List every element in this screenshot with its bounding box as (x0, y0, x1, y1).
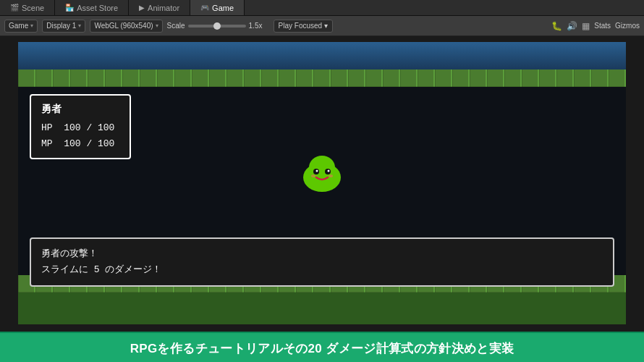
tab-animator[interactable]: ▶ Animator (129, 0, 190, 15)
scale-slider-thumb (213, 22, 221, 30)
mp-line: MP 100 / 100 (41, 136, 119, 152)
display1-select[interactable]: Display 1 ▾ (42, 20, 85, 33)
game-area: 勇者 HP 100 / 100 MP 100 / 100 (0, 36, 644, 332)
svg-point-4 (316, 170, 318, 172)
tab-animator-label: Animator (148, 4, 179, 12)
scene-icon: 🎬 (10, 4, 19, 12)
tile-border-top (18, 70, 626, 87)
sky-background (18, 42, 626, 70)
tile-pattern-top (18, 70, 626, 87)
play-focused-label: Play Focused (279, 22, 323, 30)
message-box: 勇者の攻撃！ スライムに 5 のダメージ！ (30, 237, 614, 287)
tab-game[interactable]: 🎮 Game (190, 0, 245, 15)
tab-game-label: Game (212, 4, 234, 12)
tab-scene-label: Scene (22, 4, 44, 12)
game-display-label: Game (9, 22, 28, 30)
toolbar-icons: 🐛 🔊 ▦ Stats Gizmos (551, 21, 640, 31)
tab-scene[interactable]: 🎬 Scene (0, 0, 55, 15)
tab-asset-store-label: Asset Store (77, 4, 118, 12)
asset-store-icon: 🏪 (65, 4, 74, 12)
message-line1: 勇者の攻撃！ (41, 246, 603, 262)
display1-label: Display 1 (46, 22, 76, 30)
stats-box: 勇者 HP 100 / 100 MP 100 / 100 (30, 94, 131, 159)
gizmos-button[interactable]: Gizmos (615, 22, 640, 30)
game-viewport: 勇者 HP 100 / 100 MP 100 / 100 (18, 42, 626, 324)
hp-line: HP 100 / 100 (41, 120, 119, 136)
game-icon: 🎮 (200, 4, 209, 12)
play-focused-chevron: ▾ (324, 22, 328, 30)
bottom-banner: RPGを作るチュートリアルその20 ダメージ計算式の方針決めと実装 (0, 333, 644, 362)
message-line2: スライムに 5 のダメージ！ (41, 262, 603, 278)
banner-text: RPGを作るチュートリアルその20 ダメージ計算式の方針決めと実装 (130, 340, 514, 357)
toolbar: Game ▾ Display 1 ▾ WebGL (960x540) ▾ Sca… (0, 16, 644, 36)
display1-chevron: ▾ (78, 22, 81, 29)
audio-icon[interactable]: 🔊 (567, 21, 577, 31)
svg-point-6 (311, 174, 315, 177)
scale-slider[interactable] (188, 25, 246, 28)
scale-group: Scale 1.5x (167, 22, 269, 30)
animator-icon: ▶ (139, 4, 145, 12)
scale-label: Scale (167, 22, 185, 30)
webgl-select[interactable]: WebGL (960x540) ▾ (90, 20, 162, 33)
svg-point-5 (328, 170, 330, 172)
slime-container (300, 154, 344, 198)
tab-bar: 🎬 Scene 🏪 Asset Store ▶ Animator 🎮 Game (0, 0, 644, 16)
hero-name: 勇者 (41, 101, 119, 119)
scale-value: 1.5x (249, 22, 269, 30)
slime-sprite (300, 154, 344, 195)
game-display-select[interactable]: Game ▾ (4, 20, 38, 33)
webgl-label: WebGL (960x540) (94, 22, 153, 30)
bug-icon[interactable]: 🐛 (551, 21, 562, 31)
tab-asset-store[interactable]: 🏪 Asset Store (55, 0, 129, 15)
stats-button[interactable]: Stats (594, 22, 611, 30)
webgl-chevron: ▾ (156, 22, 158, 29)
grid-icon[interactable]: ▦ (582, 21, 590, 31)
game-display-chevron: ▾ (30, 22, 33, 29)
svg-point-7 (329, 174, 333, 177)
bottom-grass-area (18, 292, 626, 324)
play-focused-button[interactable]: Play Focused ▾ (274, 20, 334, 33)
